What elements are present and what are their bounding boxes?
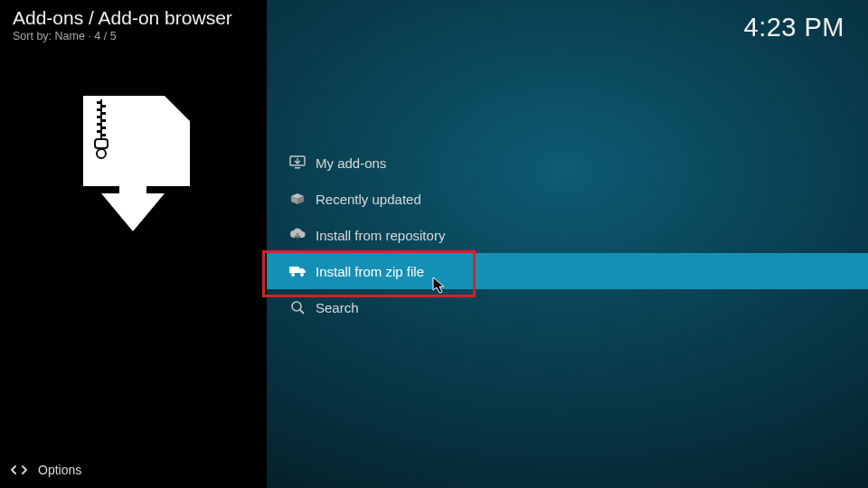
footer-options[interactable]: Options	[11, 463, 81, 477]
menu-label: My add-ons	[316, 155, 386, 171]
monitor-icon	[283, 155, 312, 170]
svg-point-18	[292, 302, 301, 311]
menu-item-install-repository[interactable]: Install from repository	[267, 217, 868, 253]
svg-rect-14	[295, 167, 300, 169]
svg-line-19	[300, 310, 304, 314]
footer-options-label: Options	[38, 463, 81, 477]
cloud-download-icon	[283, 228, 312, 242]
menu-item-install-zip[interactable]: Install from zip file	[267, 253, 868, 289]
svg-rect-6	[102, 119, 106, 122]
open-box-icon	[283, 191, 312, 207]
menu-item-my-addons[interactable]: My add-ons	[267, 145, 868, 181]
svg-rect-15	[289, 267, 299, 273]
svg-rect-7	[97, 123, 100, 126]
search-icon	[283, 300, 312, 315]
svg-rect-11	[95, 139, 108, 148]
svg-rect-3	[97, 108, 100, 111]
svg-rect-10	[102, 134, 106, 136]
list-position: 4 / 5	[94, 30, 116, 42]
svg-rect-5	[97, 116, 100, 118]
svg-point-17	[300, 273, 304, 277]
truck-icon	[283, 265, 312, 277]
menu-label: Install from zip file	[316, 264, 424, 279]
svg-rect-1	[97, 101, 100, 104]
sidebar: Add-ons / Add-on browser Sort by: Name ·…	[0, 0, 267, 488]
sort-line: Sort by: Name · 4 / 5	[13, 30, 117, 42]
svg-rect-2	[102, 105, 106, 108]
sort-prefix: Sort by:	[13, 30, 52, 42]
addon-browser-menu: My add-ons Recently updated Install from…	[267, 145, 868, 325]
menu-label: Install from repository	[316, 228, 445, 243]
menu-label: Search	[316, 300, 359, 315]
clock: 4:23 PM	[744, 13, 845, 42]
svg-rect-8	[102, 127, 106, 129]
menu-item-recently-updated[interactable]: Recently updated	[267, 181, 868, 217]
arrows-horizontal-icon	[11, 465, 33, 475]
sort-value: Name	[55, 30, 85, 42]
breadcrumb: Add-ons / Add-on browser	[13, 7, 232, 29]
install-zip-large-icon	[74, 96, 192, 231]
svg-point-16	[291, 273, 295, 277]
menu-item-search[interactable]: Search	[267, 289, 868, 325]
menu-label: Recently updated	[316, 192, 421, 207]
svg-rect-4	[102, 112, 106, 115]
svg-rect-9	[97, 130, 100, 133]
